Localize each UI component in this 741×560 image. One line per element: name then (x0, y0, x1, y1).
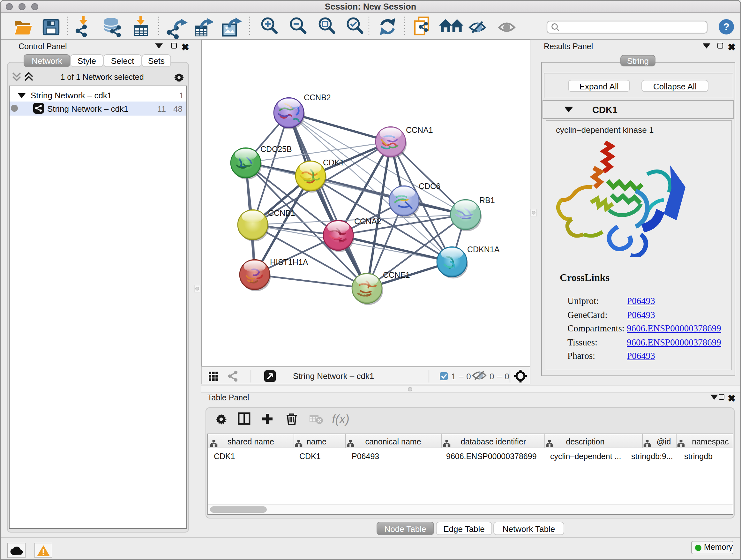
svg-text:0 – 0: 0 – 0 (489, 372, 510, 381)
svg-text:HIST1H1A: HIST1H1A (270, 258, 308, 266)
svg-text:1 – 0: 1 – 0 (451, 372, 471, 381)
svg-text:f(x): f(x) (332, 413, 349, 426)
svg-text:CCNB2: CCNB2 (304, 93, 331, 102)
svg-text:CDC6: CDC6 (419, 182, 441, 191)
svg-text:CDC25B: CDC25B (260, 145, 292, 153)
svg-text:CCNA2: CCNA2 (354, 217, 381, 226)
svg-text:CCNB1: CCNB1 (268, 208, 295, 217)
svg-text:?: ? (723, 21, 730, 33)
svg-text:String Network – cdk1: String Network – cdk1 (293, 371, 374, 381)
svg-text:RB1: RB1 (479, 196, 495, 205)
svg-text:CDKN1A: CDKN1A (467, 245, 500, 254)
svg-text:CCNA1: CCNA1 (406, 125, 433, 134)
svg-text:CCNE1: CCNE1 (383, 270, 410, 279)
svg-text:CDK1: CDK1 (323, 158, 344, 167)
